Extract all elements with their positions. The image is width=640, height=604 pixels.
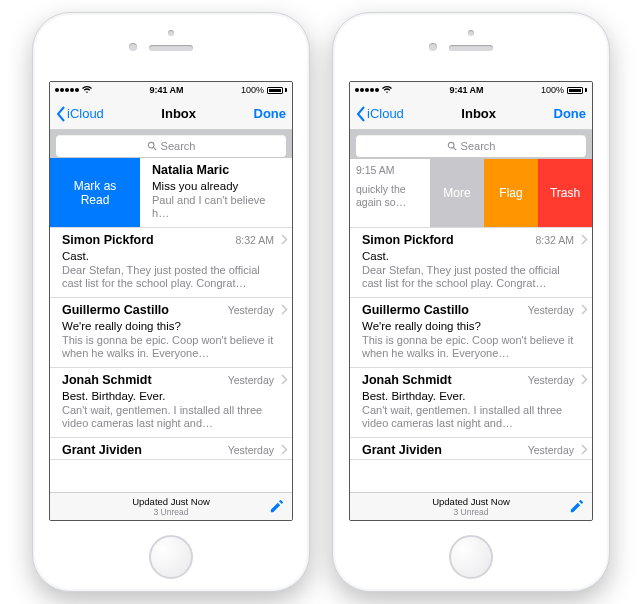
earpiece-speaker xyxy=(149,45,193,51)
nav-bar: iCloud Inbox Done xyxy=(350,98,592,130)
message-subject: Best. Birthday. Ever. xyxy=(62,388,274,403)
swipe-actions: More Flag Trash xyxy=(430,158,592,227)
battery-percent: 100% xyxy=(241,85,264,95)
chevron-right-icon xyxy=(281,234,288,245)
toolbar-status: Updated Just Now xyxy=(432,496,510,507)
chevron-right-icon xyxy=(581,304,588,315)
earpiece-speaker xyxy=(449,45,493,51)
trash-button[interactable]: Trash xyxy=(538,158,592,227)
message-preview: Can't wait, gentlemen. I installed all t… xyxy=(62,403,274,430)
svg-line-3 xyxy=(453,147,456,150)
battery-percent: 100% xyxy=(541,85,564,95)
message-preview: quickly the again so… xyxy=(356,177,426,209)
status-bar: 9:41 AM 100% xyxy=(50,82,292,98)
signal-dots-icon xyxy=(55,88,79,92)
back-label: iCloud xyxy=(67,106,104,121)
signal-dots-icon xyxy=(355,88,379,92)
back-label: iCloud xyxy=(367,106,404,121)
battery-icon xyxy=(567,87,587,94)
search-icon xyxy=(447,141,457,151)
chevron-right-icon xyxy=(281,374,288,385)
message-time: 8:32 AM xyxy=(535,234,574,246)
status-time: 9:41 AM xyxy=(149,85,183,95)
phone-left: 9:41 AM 100% iCloud Inbox Done Search xyxy=(32,12,310,592)
message-subject: Best. Birthday. Ever. xyxy=(362,388,574,403)
front-camera xyxy=(429,43,437,51)
message-row-swiped-right[interactable]: 9:15 AM quickly the again so… More Flag … xyxy=(350,158,592,228)
chevron-right-icon xyxy=(581,374,588,385)
nav-bar: iCloud Inbox Done xyxy=(50,98,292,130)
message-row[interactable]: Guillermo Castillo We're really doing th… xyxy=(350,298,592,368)
message-row[interactable]: Jonah Schmidt Best. Birthday. Ever. Can'… xyxy=(50,368,292,438)
message-subject: Cast. xyxy=(62,248,274,263)
page-title: Inbox xyxy=(161,106,196,121)
search-input[interactable]: Search xyxy=(56,135,286,157)
chevron-right-icon xyxy=(281,304,288,315)
message-time: Yesterday xyxy=(528,304,574,316)
chevron-right-icon xyxy=(581,234,588,245)
svg-point-0 xyxy=(148,142,154,148)
message-row-swiped-left[interactable]: Mark as Read Natalia Maric Miss you alre… xyxy=(50,158,292,228)
svg-line-1 xyxy=(153,147,156,150)
status-bar: 9:41 AM 100% xyxy=(350,82,592,98)
message-subject: We're really doing this? xyxy=(62,318,274,333)
flag-button[interactable]: Flag xyxy=(484,158,538,227)
front-camera xyxy=(129,43,137,51)
message-time: Yesterday xyxy=(228,444,274,456)
status-time: 9:41 AM xyxy=(449,85,483,95)
home-button[interactable] xyxy=(449,535,493,579)
screen: 9:41 AM 100% iCloud Inbox Done Search xyxy=(349,81,593,521)
wifi-icon xyxy=(382,86,392,94)
screen: 9:41 AM 100% iCloud Inbox Done Search xyxy=(49,81,293,521)
done-button[interactable]: Done xyxy=(254,106,287,121)
back-button[interactable]: iCloud xyxy=(356,106,404,122)
sensor-dot xyxy=(468,30,474,36)
message-subject: Miss you already xyxy=(152,178,274,193)
message-time: Yesterday xyxy=(528,374,574,386)
toolbar-unread: 3 Unread xyxy=(432,507,510,517)
search-input[interactable]: Search xyxy=(356,135,586,157)
message-subject: We're really doing this? xyxy=(362,318,574,333)
message-preview: Dear Stefan, They just posted the offici… xyxy=(362,263,574,290)
message-row[interactable]: Guillermo Castillo We're really doing th… xyxy=(50,298,292,368)
more-button[interactable]: More xyxy=(430,158,484,227)
phone-right: 9:41 AM 100% iCloud Inbox Done Search xyxy=(332,12,610,592)
toolbar-unread: 3 Unread xyxy=(132,507,210,517)
message-time: 9:15 AM xyxy=(356,164,426,177)
search-placeholder: Search xyxy=(461,140,496,152)
mark-as-read-button[interactable]: Mark as Read xyxy=(50,158,140,227)
message-list[interactable]: 9:15 AM quickly the again so… More Flag … xyxy=(350,158,592,492)
chevron-right-icon xyxy=(281,444,288,455)
message-list[interactable]: Mark as Read Natalia Maric Miss you alre… xyxy=(50,158,292,492)
message-preview: This is gonna be epic. Coop won't believ… xyxy=(362,333,574,360)
page-title: Inbox xyxy=(461,106,496,121)
toolbar-status: Updated Just Now xyxy=(132,496,210,507)
search-icon xyxy=(147,141,157,151)
message-time: Yesterday xyxy=(528,444,574,456)
message-stub: 9:15 AM quickly the again so… xyxy=(350,158,432,227)
message-preview: Can't wait, gentlemen. I installed all t… xyxy=(362,403,574,430)
back-button[interactable]: iCloud xyxy=(56,106,104,122)
compose-button[interactable] xyxy=(268,498,285,515)
home-button[interactable] xyxy=(149,535,193,579)
message-row[interactable]: Simon Pickford Cast. Dear Stefan, They j… xyxy=(350,228,592,298)
message-time: 8:32 AM xyxy=(235,234,274,246)
wifi-icon xyxy=(82,86,92,94)
message-row[interactable]: Grant Jividen Yesterday xyxy=(50,438,292,460)
message-subject: Cast. xyxy=(362,248,574,263)
compose-button[interactable] xyxy=(568,498,585,515)
message-preview: Dear Stefan, They just posted the offici… xyxy=(62,263,274,290)
message-row[interactable]: Jonah Schmidt Best. Birthday. Ever. Can'… xyxy=(350,368,592,438)
toolbar: Updated Just Now 3 Unread xyxy=(350,492,592,520)
svg-point-2 xyxy=(448,142,454,148)
message-preview: This is gonna be epic. Coop won't believ… xyxy=(62,333,274,360)
done-button[interactable]: Done xyxy=(554,106,587,121)
toolbar: Updated Just Now 3 Unread xyxy=(50,492,292,520)
message-row[interactable]: Simon Pickford Cast. Dear Stefan, They j… xyxy=(50,228,292,298)
battery-icon xyxy=(267,87,287,94)
search-placeholder: Search xyxy=(161,140,196,152)
message-time: Yesterday xyxy=(228,304,274,316)
sensor-dot xyxy=(168,30,174,36)
message-row[interactable]: Grant Jividen Yesterday xyxy=(350,438,592,460)
chevron-right-icon xyxy=(581,444,588,455)
